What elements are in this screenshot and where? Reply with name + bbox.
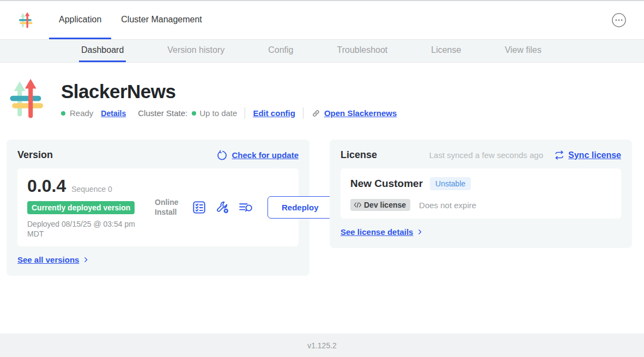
version-card: Version Check for update 0.0.4 Sequence … [7,140,309,276]
view-diff-icon[interactable] [239,200,253,215]
status-details-link[interactable]: Details [101,109,126,118]
version-card-header: Version Check for update [17,149,299,161]
header-tabs: Application Cluster Management [49,1,212,39]
channel-badge: Unstable [430,177,471,190]
check-for-update-label: Check for update [232,150,299,160]
see-all-versions-label: See all versions [17,255,79,264]
console-version: v1.125.2 [307,341,337,350]
open-app-link-label: Open Slackernews [324,108,397,118]
app-header-bar: Application Cluster Management [0,1,644,39]
app-title-block: SlackerNews Ready Details Cluster State:… [0,63,644,120]
chevron-right-icon [82,256,89,263]
subnav-view-files[interactable]: View files [502,40,543,62]
config-wrench-icon[interactable] [215,200,230,215]
more-menu-icon[interactable] [611,13,627,28]
license-card-title: License [341,149,377,161]
license-type-label: Dev license [364,201,406,209]
version-number-row: 0.0.4 Sequence 0 [27,176,151,196]
app-status-dot [61,111,65,116]
version-info: 0.0.4 Sequence 0 Currently deployed vers… [27,176,151,239]
app-subnav: Dashboard Version history Config Trouble… [0,39,644,63]
preflight-checks-icon[interactable] [192,200,206,215]
divider [303,107,303,119]
license-card-header: License Last synced a few seconds ago Sy… [341,149,621,161]
chevron-right-icon [416,228,423,235]
refresh-icon [216,150,227,161]
deployed-timestamp: Deployed 08/15/25 @ 03:54 pm MDT [27,219,150,239]
license-panel: New Customer Unstable Dev license Does n… [341,168,621,219]
license-type-badge: Dev license [350,199,410,211]
see-license-details-label: See license details [341,227,413,237]
redeploy-button[interactable]: Redeploy [268,196,333,219]
current-version-panel: 0.0.4 Sequence 0 Currently deployed vers… [17,168,299,246]
tab-cluster-management[interactable]: Cluster Management [111,1,212,39]
app-status-label: Ready [70,108,93,118]
edit-config-link[interactable]: Edit config [253,108,295,118]
cluster-state-value: Up to date [199,108,237,118]
code-brackets-icon [354,202,362,208]
open-app-link[interactable]: Open Slackernews [311,108,397,118]
sync-license-label: Sync license [568,150,621,160]
customer-row: New Customer Unstable [350,177,611,190]
subnav-config[interactable]: Config [266,40,295,62]
app-title-texts: SlackerNews Ready Details Cluster State:… [61,77,397,120]
license-expiry: Does not expire [419,201,476,210]
subnav-troubleshoot[interactable]: Troubleshoot [335,40,390,62]
last-synced-label: Last synced a few seconds ago [429,150,543,160]
subnav-license[interactable]: License [429,40,463,62]
customer-name: New Customer [350,178,423,190]
version-actions: Online Install [155,196,333,219]
page-title: SlackerNews [61,81,397,102]
app-logo-small-icon [18,9,34,31]
sync-license-link[interactable]: Sync license [554,150,621,160]
sync-arrows-icon [554,150,564,160]
dashboard-cards: Version Check for update 0.0.4 Sequence … [0,120,644,276]
check-for-update-link[interactable]: Check for update [216,150,299,161]
app-logo-large-icon [8,77,48,120]
divider [245,107,245,119]
chain-link-icon [311,108,321,118]
license-type-row: Dev license Does not expire [350,199,611,211]
console-footer: v1.125.2 [0,334,644,357]
deployed-status-badge: Currently deployed version [27,201,135,214]
cluster-state-dot [192,111,196,116]
see-license-details-link[interactable]: See license details [341,227,423,237]
subnav-dashboard[interactable]: Dashboard [79,40,126,62]
header-right [611,1,644,39]
sequence-label: Sequence 0 [71,185,112,193]
install-type-label: Online Install [155,198,183,217]
see-all-versions-link[interactable]: See all versions [17,255,89,264]
tab-application[interactable]: Application [49,1,111,39]
subnav-version-history[interactable]: Version history [165,40,227,62]
license-card: License Last synced a few seconds ago Sy… [330,140,632,248]
admin-console-page: Application Cluster Management Dashboard… [0,0,644,357]
app-status-row: Ready Details Cluster State: Up to date … [61,107,397,119]
version-card-title: Version [17,149,53,161]
version-number: 0.0.4 [27,176,66,196]
cluster-state-label: Cluster State: [138,108,187,118]
